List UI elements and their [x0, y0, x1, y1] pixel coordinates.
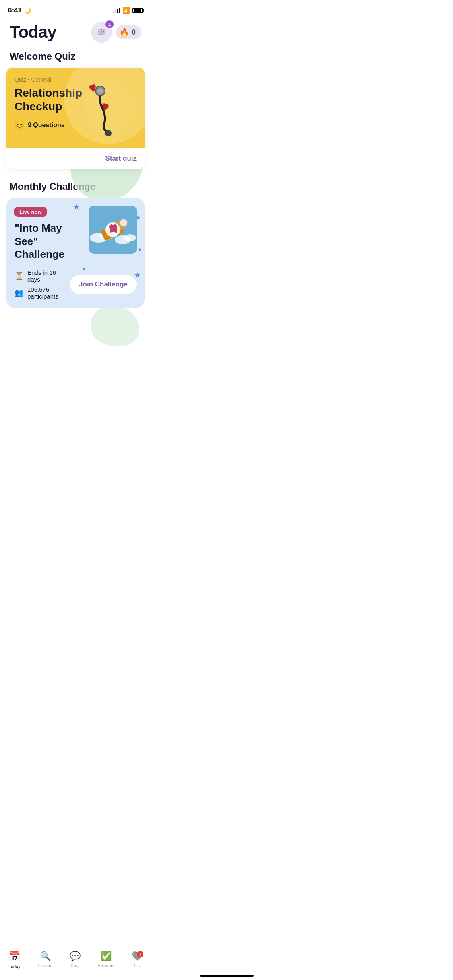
- moon-icon: 🌙: [24, 7, 31, 14]
- svg-point-4: [105, 130, 112, 136]
- achievement-badge: 1: [105, 20, 114, 28]
- quiz-footer: Start quiz: [6, 148, 145, 169]
- achievement-icon-container[interactable]: 1: [91, 22, 112, 43]
- page-title: Today: [10, 23, 56, 42]
- people-icon: 👥: [14, 288, 23, 297]
- start-quiz-button[interactable]: Start quiz: [105, 154, 137, 163]
- live-badge: Live now: [14, 207, 47, 217]
- status-bar: 6:41 🌙 📶: [0, 0, 151, 18]
- signal-bars: [113, 8, 120, 13]
- challenge-ends: ⏳ Ends in 16 days: [14, 269, 70, 283]
- challenge-image: [87, 204, 139, 256]
- challenge-section: ★ ★ ★ ★ ★: [0, 198, 151, 308]
- star-icon-4: ★: [82, 266, 86, 272]
- svg-rect-2: [99, 30, 103, 34]
- quiz-section: Quiz • General Relationship Checkup 😊 9 …: [0, 68, 151, 169]
- challenge-participants-label: 106,576 participants: [27, 286, 70, 300]
- quiz-card[interactable]: Quiz • General Relationship Checkup 😊 9 …: [6, 68, 145, 169]
- challenge-participants: 👥 106,576 participants: [14, 286, 70, 300]
- quiz-emoji-icon: 😊: [14, 120, 25, 130]
- header-icons: 1 🔥 0: [91, 22, 141, 43]
- flame-icon: 🔥: [119, 27, 129, 37]
- quiz-image: [68, 68, 145, 148]
- challenge-ends-label: Ends in 16 days: [27, 269, 70, 283]
- wifi-icon: 📶: [122, 7, 130, 14]
- join-challenge-button[interactable]: Join Challenge: [70, 275, 137, 294]
- welcome-quiz-label: Welcome Quiz: [0, 51, 151, 68]
- streak-container[interactable]: 🔥 0: [116, 25, 141, 39]
- star-icon-1: ★: [73, 202, 80, 212]
- monthly-challenge-section: Monthly Challenge ★ ★ ★ ★ ★: [0, 181, 151, 308]
- battery-icon: [132, 8, 143, 13]
- svg-point-11: [124, 234, 136, 241]
- star-icon-5: ★: [134, 271, 141, 280]
- welcome-quiz-section: Welcome Quiz Quiz • General Relationship…: [0, 51, 151, 169]
- svg-point-6: [97, 88, 103, 94]
- streak-count: 0: [132, 28, 136, 37]
- svg-point-14: [120, 219, 128, 227]
- quiz-card-inner: Quiz • General Relationship Checkup 😊 9 …: [6, 68, 145, 148]
- status-time: 6:41: [8, 6, 22, 14]
- quiz-questions-label: 9 Questions: [28, 121, 65, 129]
- header: Today 1 🔥 0: [0, 18, 151, 51]
- challenge-footer: ⏳ Ends in 16 days 👥 106,576 participants…: [14, 269, 137, 300]
- hourglass-icon: ⏳: [14, 272, 23, 280]
- challenge-stats: ⏳ Ends in 16 days 👥 106,576 participants: [14, 269, 70, 300]
- green-blob-2: [91, 306, 139, 346]
- challenge-card[interactable]: ★ ★ ★ ★ ★: [6, 198, 145, 308]
- challenge-title: "Into May See" Challenge: [14, 222, 88, 261]
- status-icons: 📶: [113, 7, 143, 14]
